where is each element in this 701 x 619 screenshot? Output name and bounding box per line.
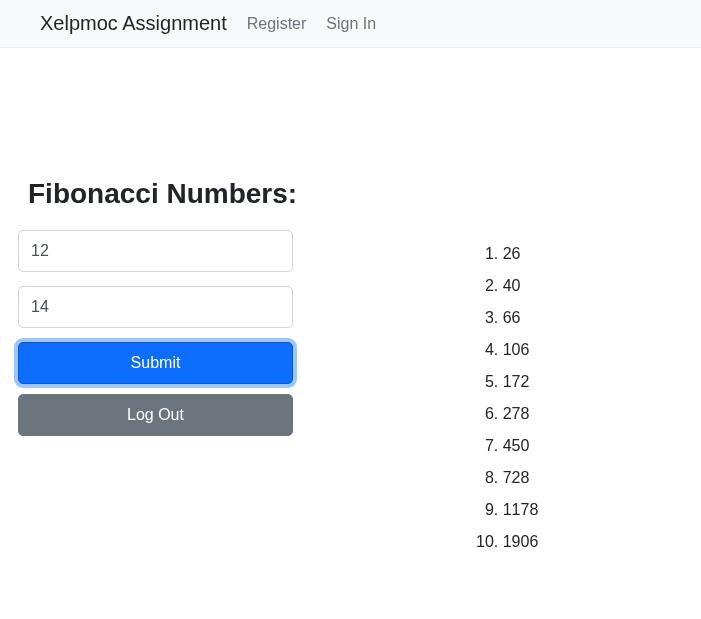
result-item: 1178 [503, 494, 539, 526]
input-second-number[interactable] [18, 286, 293, 328]
input-first-number[interactable] [18, 230, 293, 272]
result-item: 40 [503, 270, 539, 302]
submit-button[interactable]: Submit [18, 342, 293, 384]
results-column: 26 40 66 106 172 278 450 728 1178 1906 [340, 178, 701, 558]
form-column: Fibonacci Numbers: Submit Log Out [0, 178, 300, 558]
result-item: 26 [503, 238, 539, 270]
navbar-brand[interactable]: Xelpmoc Assignment [40, 12, 227, 35]
result-item: 278 [503, 398, 539, 430]
result-item: 1906 [503, 526, 539, 558]
results-list: 26 40 66 106 172 278 450 728 1178 1906 [503, 238, 539, 558]
result-item: 106 [503, 334, 539, 366]
result-item: 450 [503, 430, 539, 462]
nav-link-signin[interactable]: Sign In [326, 15, 376, 33]
nav-link-register[interactable]: Register [247, 15, 307, 33]
result-item: 66 [503, 302, 539, 334]
result-item: 728 [503, 462, 539, 494]
logout-button[interactable]: Log Out [18, 394, 293, 436]
main-container: Fibonacci Numbers: Submit Log Out 26 40 … [0, 48, 701, 558]
page-heading: Fibonacci Numbers: [18, 178, 300, 210]
navbar: Xelpmoc Assignment Register Sign In [0, 0, 701, 48]
result-item: 172 [503, 366, 539, 398]
